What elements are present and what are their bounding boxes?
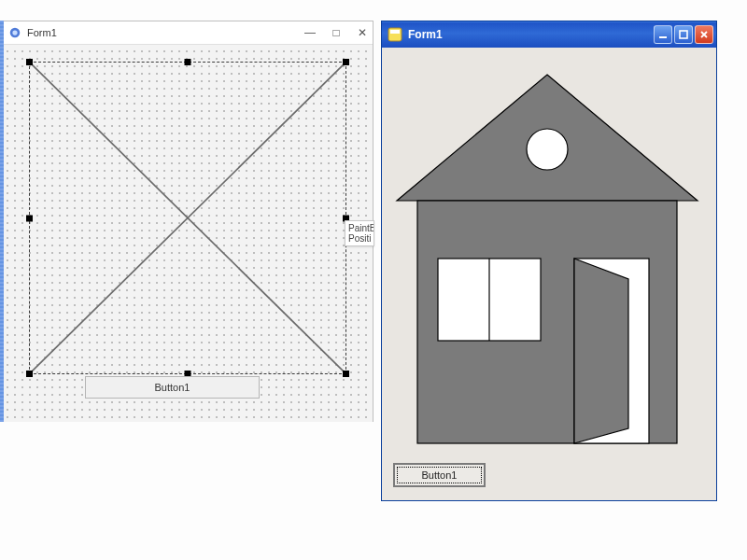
house-door xyxy=(574,259,628,443)
maximize-button[interactable]: □ xyxy=(330,26,343,39)
designer-client-area[interactable]: PaintB Positi Button1 xyxy=(1,45,373,422)
designer-window: Form1 — □ ✕ PaintB Positi Butto xyxy=(0,21,374,422)
property-hint-tooltip: PaintB Positi xyxy=(345,220,374,246)
resize-handle-nw[interactable] xyxy=(26,59,33,65)
hint-line-1: PaintB xyxy=(348,223,371,233)
hint-line-2: Positi xyxy=(348,233,371,244)
paintbox-component[interactable] xyxy=(29,62,346,374)
button1-runtime-label: Button1 xyxy=(422,469,458,481)
resize-handle-n[interactable] xyxy=(185,59,191,65)
runtime-title: Form1 xyxy=(408,28,651,41)
app-icon xyxy=(388,27,402,42)
minimize-button[interactable]: — xyxy=(303,26,317,39)
app-icon xyxy=(8,26,21,39)
house-drawing xyxy=(389,51,705,453)
edge-decoration xyxy=(0,21,4,422)
button1-runtime[interactable]: Button1 xyxy=(393,463,486,487)
runtime-window: Form1 xyxy=(381,21,717,501)
svg-rect-6 xyxy=(659,36,667,38)
resize-handle-ne[interactable] xyxy=(343,59,349,65)
designer-title: Form1 xyxy=(27,27,303,38)
designer-titlebar[interactable]: Form1 — □ ✕ xyxy=(1,21,373,45)
placeholder-x-icon xyxy=(30,63,345,373)
designer-system-buttons: — □ ✕ xyxy=(303,26,373,39)
resize-handle-se[interactable] xyxy=(343,371,349,377)
close-button[interactable] xyxy=(695,25,713,44)
svg-rect-7 xyxy=(680,31,687,38)
house-attic-window xyxy=(527,129,568,170)
maximize-button[interactable] xyxy=(674,25,693,44)
button1-design[interactable]: Button1 xyxy=(85,376,260,399)
svg-point-1 xyxy=(12,30,17,35)
button1-design-label: Button1 xyxy=(155,382,190,393)
runtime-client-area: Button1 xyxy=(382,48,716,500)
minimize-button[interactable] xyxy=(654,25,672,44)
runtime-titlebar[interactable]: Form1 xyxy=(382,21,716,48)
resize-handle-sw[interactable] xyxy=(26,371,33,377)
close-button[interactable]: ✕ xyxy=(356,26,369,39)
svg-rect-5 xyxy=(390,30,400,34)
resize-handle-w[interactable] xyxy=(26,215,33,221)
runtime-system-buttons xyxy=(651,23,716,46)
